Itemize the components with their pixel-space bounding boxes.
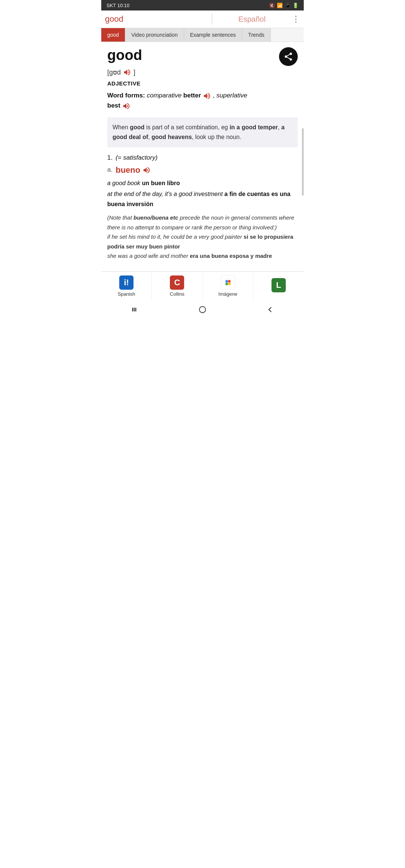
recents-icon (131, 306, 139, 313)
word-forms: Word forms: comparative better , superla… (107, 90, 298, 111)
signal-icon: 📱 (285, 3, 291, 8)
example-4-es: era una buena esposa y madre (190, 253, 272, 259)
comparative-word: better (183, 92, 201, 99)
translation-speaker-icon (142, 166, 151, 174)
collins-icon: C (170, 275, 184, 290)
grammar-note: (Note that bueno/buena etc precede the n… (107, 213, 298, 261)
sub-letter: a. (107, 166, 112, 174)
info-box-example3: good heavens (152, 134, 192, 140)
nav-item-collins[interactable]: C Collins (152, 272, 202, 301)
translation-word: bueno (116, 165, 140, 175)
more-options-icon[interactable]: ⋮ (292, 14, 300, 24)
nav-label-images: Imágene (218, 291, 237, 297)
def-text: (= satisfactory) (116, 154, 158, 162)
superlative-speaker-icon (122, 102, 130, 110)
speaker-icon (123, 68, 131, 76)
word-forms-label: Word forms: (107, 92, 145, 99)
share-button[interactable] (279, 47, 298, 66)
translation-label: bueno (116, 165, 151, 175)
tab-trends[interactable]: Trends (242, 28, 271, 42)
search-bar: Español ⋮ (101, 10, 304, 28)
main-content: good [gʊd ] ADJECTIVE Word forms: compar… (101, 42, 304, 271)
superlative-word: best (107, 102, 120, 109)
superlative-audio-button[interactable] (122, 102, 130, 110)
scroll-indicator (302, 128, 304, 196)
tabs-bar: good Video pronunciation Example sentenc… (101, 28, 304, 42)
recents-button[interactable] (130, 304, 140, 315)
wifi-icon: 📶 (277, 3, 283, 8)
note-bold: bueno/buena etc (134, 214, 178, 221)
superlative-label: superlative (216, 92, 247, 99)
info-box-example1: in a good temper (230, 124, 278, 130)
svg-point-8 (200, 306, 206, 313)
example-1-es: un buen libro (142, 180, 180, 186)
android-nav-bar (101, 301, 304, 320)
back-icon (266, 306, 274, 313)
google-images-icon-svg (223, 277, 233, 288)
pronunciation: [gʊd ] (107, 68, 298, 76)
home-button[interactable] (197, 304, 208, 315)
language-selector[interactable]: Español (216, 15, 288, 24)
phonetic-open: [gʊd (107, 68, 121, 76)
svg-rect-6 (134, 308, 135, 311)
lingea-icon: L (272, 278, 286, 292)
info-box-word: good (130, 124, 144, 130)
example-2: at the end of the day, it's a good inves… (107, 189, 298, 209)
pronunciation-audio-button[interactable] (123, 68, 131, 76)
tab-example-sentences[interactable]: Example sentences (184, 28, 242, 42)
translation-item-a: a. bueno a good book un buen libro at th… (107, 165, 298, 261)
nav-item-images[interactable]: Imágene (203, 272, 254, 301)
back-button[interactable] (265, 304, 275, 315)
battery-icon: 🔋 (292, 3, 298, 8)
phonetic-close: ] (134, 69, 135, 76)
svg-point-1 (225, 280, 228, 283)
definition-1: 1. (= satisfactory) (107, 154, 298, 162)
word-title: good (107, 47, 142, 63)
images-icon (221, 275, 235, 290)
nav-item-spanish[interactable]: i! Spanish (101, 272, 152, 301)
tab-good[interactable]: good (101, 28, 125, 42)
svg-point-2 (228, 280, 231, 283)
status-carrier-time: SKT 10:10 (106, 3, 129, 8)
tab-video-pronunciation[interactable]: Video pronunciation (125, 28, 184, 42)
svg-point-0 (224, 278, 232, 287)
example-3-en: if he set his mind to it, he could be a … (107, 233, 242, 240)
status-icons: 🔇 📶 📱 🔋 (269, 3, 298, 8)
comparative-audio-button[interactable] (203, 92, 211, 100)
mute-icon: 🔇 (269, 3, 275, 8)
comparative-speaker-icon (203, 92, 211, 100)
def-number-label: 1. (107, 154, 112, 162)
svg-point-3 (228, 283, 231, 285)
nav-item-lingea[interactable]: L (254, 272, 304, 301)
status-bar: SKT 10:10 🔇 📶 📱 🔋 (101, 0, 304, 10)
search-divider (212, 13, 212, 25)
word-header: good (107, 47, 298, 66)
svg-point-4 (225, 283, 228, 285)
nav-label-spanish: Spanish (118, 291, 135, 297)
spanish-icon: i! (119, 275, 134, 290)
svg-rect-7 (135, 308, 136, 311)
home-icon (198, 305, 207, 314)
example-2-en: at the end of the day, it's a good inves… (107, 191, 223, 197)
nav-label-collins: Collins (170, 291, 184, 297)
part-of-speech: ADJECTIVE (107, 80, 298, 87)
comparative-label: comparative (147, 92, 182, 99)
bottom-nav: i! Spanish C Collins Imágene L (101, 271, 304, 301)
example-1-en: a good book (107, 180, 140, 186)
info-box: When good is part of a set combination, … (107, 117, 298, 147)
translation-audio-button[interactable] (142, 166, 151, 174)
search-input[interactable] (105, 14, 208, 24)
example-4-en: she was a good wife and mother (107, 253, 188, 259)
share-icon (284, 52, 293, 61)
svg-rect-5 (132, 308, 134, 311)
example-1: a good book un buen libro (107, 178, 298, 188)
